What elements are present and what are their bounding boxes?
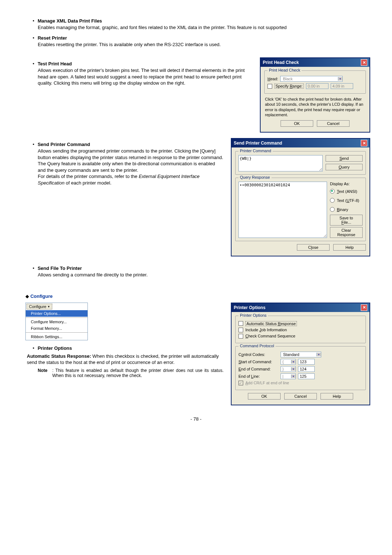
manage-xml-body: Enables managing the format, graphic, an… — [38, 24, 370, 31]
head-label: Head: — [268, 77, 278, 81]
specify-range-label: Specify Range: — [274, 84, 304, 89]
label-cmd-seq: Check Command Sequence — [245, 334, 295, 338]
close-icon[interactable]: ✕ — [361, 140, 367, 146]
reset-printer-body: Enables resetting the printer. This is a… — [38, 41, 370, 48]
check-job-info[interactable] — [238, 328, 243, 332]
label-end: End of Command: — [238, 367, 278, 371]
label-start: Start of Command: — [238, 360, 278, 364]
end-value[interactable]: 124 — [298, 366, 315, 372]
radio-binary[interactable] — [330, 207, 335, 212]
label-eol: End of Line: — [238, 374, 278, 378]
dlg-head-title: Print Head Check — [263, 60, 299, 65]
note-label: Note — [38, 368, 52, 378]
printer-options-dialog: Printer Options ✕ Printer Options Automa… — [231, 303, 370, 405]
ok-button[interactable]: OK — [281, 120, 313, 127]
reset-printer-title: Reset Printer — [38, 35, 67, 41]
menu-configure-memory[interactable]: Configure Memory... — [26, 319, 87, 325]
close-icon[interactable]: ✕ — [361, 59, 367, 66]
group-cmd: Printer Command — [238, 149, 273, 153]
clear-response-button[interactable]: Clear Response — [330, 227, 363, 238]
group-printer-options: Printer Options — [238, 313, 268, 317]
configure-header: Configure — [30, 293, 53, 299]
group-resp: Query Response — [238, 175, 271, 179]
label-crlf: Add CR/LF at end of line — [245, 381, 289, 385]
eol-value[interactable]: 125 — [298, 373, 315, 379]
menu-ribbon-settings[interactable]: Ribbon Settings... — [26, 333, 87, 340]
save-to-file-button[interactable]: Save to File... — [330, 215, 363, 226]
menu-printer-options[interactable]: Printer Options... — [26, 310, 87, 317]
group-protocol: Command Protocol — [238, 344, 275, 348]
dlg-head-desc: Click 'OK' to check the print head for b… — [265, 97, 365, 117]
cmd-textarea[interactable] — [238, 155, 323, 171]
send-cmd-title: Send Printer Command — [38, 142, 90, 147]
resp-textarea[interactable] — [238, 182, 327, 238]
printer-options-title: Printer Options — [38, 345, 72, 351]
test-head-body: Allows execution of the printer's broken… — [38, 67, 253, 86]
cancel-button[interactable]: Cancel — [284, 393, 317, 400]
check-cmd-seq[interactable] — [238, 334, 243, 339]
dlg-opts-title: Printer Options — [234, 305, 265, 310]
label-control-codes: Control Codes: — [238, 352, 278, 357]
start-value[interactable]: 123 — [298, 359, 315, 365]
specify-range-check[interactable] — [268, 84, 272, 89]
head-value: Black — [281, 76, 295, 81]
chevron-down-icon: ▾ — [48, 305, 50, 308]
dlg-send-title: Send Printer Command — [234, 141, 282, 146]
close-button[interactable]: Close — [297, 244, 330, 251]
help-button[interactable]: Help — [333, 244, 366, 251]
range-from: 0.00 in — [306, 83, 328, 89]
display-as-label: Display As: — [330, 182, 363, 186]
send-file-body: Allows sending a command file directly t… — [38, 272, 370, 278]
start-char-combo: {▾ — [281, 359, 296, 365]
send-cmd-body: Allows sending the programmed printer co… — [38, 148, 224, 186]
page-number: - 78 - — [22, 416, 370, 422]
check-asr[interactable] — [238, 321, 243, 326]
help-button[interactable]: Help — [320, 393, 353, 400]
chevron-down-icon: ▾ — [317, 353, 321, 356]
control-codes-combo[interactable]: Standard ▾ — [281, 352, 321, 357]
send-file-title: Send File To Printer — [38, 266, 82, 271]
manage-xml-title: Manage XML Data Print Files — [38, 18, 102, 24]
menu-format-memory[interactable]: Format Memory... — [26, 325, 87, 332]
query-button[interactable]: Query — [326, 164, 363, 170]
print-head-check-dialog: Print Head Check ✕ Print Head Check Head… — [260, 57, 370, 133]
close-icon[interactable]: ✕ — [361, 304, 367, 311]
chevron-down-icon: ▾ — [338, 77, 342, 81]
check-crlf: ✓ — [238, 381, 243, 385]
note-body: : This feature is enabled as default tho… — [52, 368, 224, 378]
ok-button[interactable]: OK — [248, 393, 281, 400]
end-char-combo: }▾ — [281, 366, 296, 372]
radio-ansi[interactable] — [330, 189, 335, 194]
label-asr: Automatic Status Response — [245, 321, 297, 326]
asr-body: Automatic Status Response: When this che… — [27, 353, 224, 366]
menu-header[interactable]: Configure▾ — [26, 304, 52, 309]
configure-menu: Configure▾ Printer Options... Configure … — [25, 303, 88, 340]
send-button[interactable]: Send — [326, 155, 363, 162]
dlg-head-group: Print Head Check — [268, 68, 302, 72]
eol-char-combo: |▾ — [281, 373, 296, 379]
test-head-title: Test Print Head — [38, 61, 72, 66]
range-to: 4.09 in — [331, 83, 353, 89]
cancel-button[interactable]: Cancel — [317, 120, 350, 127]
radio-utf8[interactable] — [330, 198, 335, 203]
send-printer-command-dialog: Send Printer Command ✕ Printer Command S… — [231, 138, 370, 256]
label-job-info: Include Job Information — [245, 328, 287, 332]
head-combo[interactable]: Black ▾ — [280, 76, 343, 82]
